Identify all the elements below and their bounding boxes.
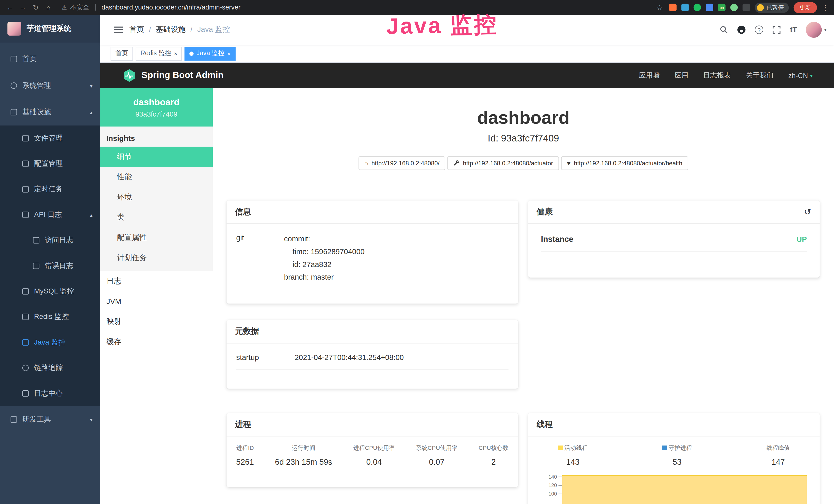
sidebar-item-java-monitor[interactable]: Java 监控: [0, 330, 100, 355]
help-icon[interactable]: ?: [755, 25, 763, 34]
stat-value: 0.07: [416, 457, 458, 466]
sidebar-item-log-center[interactable]: 日志中心: [0, 381, 100, 406]
tab-java-monitor[interactable]: Java 监控 ×: [185, 46, 236, 60]
extension-icon[interactable]: [730, 4, 738, 11]
sidebar-item-redis-monitor[interactable]: Redis 监控: [0, 304, 100, 329]
sidebar-item-label: 文件管理: [34, 134, 63, 143]
fullscreen-icon[interactable]: [772, 25, 781, 34]
reload-icon[interactable]: ↻: [31, 3, 40, 11]
sba-menu-mappings[interactable]: 映射: [100, 312, 213, 332]
daemon-threads-swatch: [662, 445, 667, 450]
sidebar-item-label: Java 监控: [34, 338, 66, 347]
sba-nav: 应用墙 应用 日志报表 关于我们 zh-CN ▾: [639, 71, 813, 80]
chevron-up-icon: ▴: [90, 109, 92, 115]
font-size-icon[interactable]: tT: [790, 25, 797, 34]
search-icon[interactable]: [720, 25, 728, 34]
tab-home[interactable]: 首页: [111, 46, 133, 60]
extension-icon[interactable]: [743, 4, 750, 11]
link-label: http://192.168.0.2:48080/: [371, 160, 439, 166]
sidebar-item-trace[interactable]: 链路追踪: [0, 355, 100, 381]
status-badge: UP: [796, 235, 807, 243]
chevron-up-icon: ▴: [90, 212, 92, 218]
bookmark-star-icon[interactable]: ☆: [655, 3, 664, 11]
update-button[interactable]: 更新: [794, 2, 817, 13]
spring-boot-admin-app: Spring Boot Admin 应用墙 应用 日志报表 关于我们 zh-CN…: [100, 63, 834, 504]
extension-icon[interactable]: [669, 4, 677, 11]
profile-paused-badge[interactable]: 已暂停: [755, 2, 789, 12]
tab-redis-monitor[interactable]: Redis 监控 ×: [136, 46, 182, 60]
sba-menu-caches[interactable]: 缓存: [100, 332, 213, 352]
git-id-line: id: 27aa832: [284, 258, 365, 271]
sidebar-item-label: 链路追踪: [34, 363, 63, 372]
health-card-title: 健康: [536, 207, 552, 217]
sba-menu-environment[interactable]: 环境: [100, 187, 213, 207]
sidebar-item-file-manage[interactable]: 文件管理: [0, 125, 100, 151]
avatar[interactable]: [806, 22, 822, 38]
instance-header[interactable]: dashboard 93a3fc7f7409: [100, 88, 213, 127]
sidebar-item-label: 配置管理: [34, 159, 63, 168]
sidebar-item-mysql-monitor[interactable]: MySQL 监控: [0, 279, 100, 304]
app-logo[interactable]: 芋道管理系统: [0, 15, 100, 43]
extension-icon[interactable]: [681, 4, 689, 11]
gear-icon: [10, 83, 17, 89]
sidebar-item-home[interactable]: 首页: [0, 46, 100, 72]
sidebar-item-access-log[interactable]: 访问日志: [0, 228, 100, 253]
stat-label: 线程峰值: [766, 444, 790, 452]
forward-icon[interactable]: →: [18, 3, 27, 11]
link-label: http://192.168.0.2:48080/actuator: [463, 160, 553, 166]
stat-cpu-cores: CPU核心数 2: [479, 444, 508, 466]
stat-label: 活动线程: [564, 444, 588, 452]
sba-nav-about[interactable]: 关于我们: [746, 71, 774, 80]
service-url-link[interactable]: ⌂ http://192.168.0.2:48080/: [358, 156, 445, 170]
sidebar-item-devtools[interactable]: 研发工具 ▾: [0, 406, 100, 433]
sba-language-select[interactable]: zh-CN ▾: [788, 72, 813, 79]
stat-label: CPU核心数: [479, 444, 508, 452]
close-icon[interactable]: ×: [174, 50, 177, 57]
history-icon[interactable]: ↺: [804, 207, 811, 217]
github-icon[interactable]: [738, 25, 746, 34]
breadcrumb-item[interactable]: 首页: [129, 25, 144, 35]
home-icon[interactable]: ⌂: [44, 3, 53, 11]
extension-on-icon[interactable]: on: [718, 4, 726, 11]
sba-menu-scheduled-tasks[interactable]: 计划任务: [100, 248, 213, 268]
sba-menu-metrics[interactable]: 性能: [100, 167, 213, 187]
sba-menu-details[interactable]: 细节: [100, 147, 213, 167]
sidebar-item-label: 基础设施: [22, 107, 51, 117]
sidebar-item-error-log[interactable]: 错误日志: [0, 253, 100, 279]
breadcrumb-item[interactable]: 基础设施: [156, 25, 186, 35]
sba-menu-jvm[interactable]: JVM: [100, 292, 213, 312]
sidebar-item-label: 定时任务: [34, 185, 63, 194]
file-icon: [22, 135, 29, 141]
sidebar-item-config-manage[interactable]: 配置管理: [0, 151, 100, 176]
sidebar-item-infrastructure[interactable]: 基础设施 ▴: [0, 99, 100, 125]
sidebar-fold-icon[interactable]: [114, 25, 123, 35]
sba-nav-applications[interactable]: 应用: [675, 71, 688, 80]
sidebar-item-label: 错误日志: [45, 261, 73, 271]
extension-icon[interactable]: [706, 4, 713, 11]
sidebar-item-scheduled-task[interactable]: 定时任务: [0, 177, 100, 202]
threads-card: 线程 活动线程 143: [528, 413, 820, 504]
address-bar[interactable]: ⚠ 不安全 dashboard.yudao.iocoder.cn/infra/a…: [62, 3, 652, 12]
page-url[interactable]: dashboard.yudao.iocoder.cn/infra/admin-s…: [102, 4, 240, 11]
health-url-link[interactable]: ♥ http://192.168.0.2:48080/actuator/heal…: [561, 156, 688, 170]
close-icon[interactable]: ×: [227, 50, 231, 57]
sidebar-item-api-log[interactable]: API 日志 ▴: [0, 202, 100, 228]
stat-pid: 进程ID 5261: [236, 444, 254, 466]
sidebar-item-system[interactable]: 系统管理 ▾: [0, 72, 100, 99]
actuator-url-link[interactable]: http://192.168.0.2:48080/actuator: [447, 156, 559, 170]
sba-nav-wallboard[interactable]: 应用墙: [639, 71, 660, 80]
wrench-icon: [453, 160, 460, 166]
sba-brand[interactable]: Spring Boot Admin: [122, 69, 223, 83]
back-icon[interactable]: ←: [5, 3, 15, 11]
metadata-value: 2021-04-27T00:44:31.254+08:00: [294, 353, 404, 362]
extension-icon[interactable]: [694, 4, 701, 11]
smiley-avatar-icon: [757, 4, 764, 11]
stat-label: 进程CPU使用率: [353, 444, 395, 452]
sba-menu-classes[interactable]: 类: [100, 207, 213, 228]
sba-nav-journal[interactable]: 日志报表: [703, 71, 731, 80]
breadcrumb-separator: /: [190, 25, 192, 34]
browser-menu-icon[interactable]: ⋮: [822, 3, 829, 11]
user-menu[interactable]: ▾: [806, 22, 827, 38]
sba-menu-config-props[interactable]: 配置属性: [100, 228, 213, 248]
sba-menu-logs[interactable]: 日志: [100, 271, 213, 292]
